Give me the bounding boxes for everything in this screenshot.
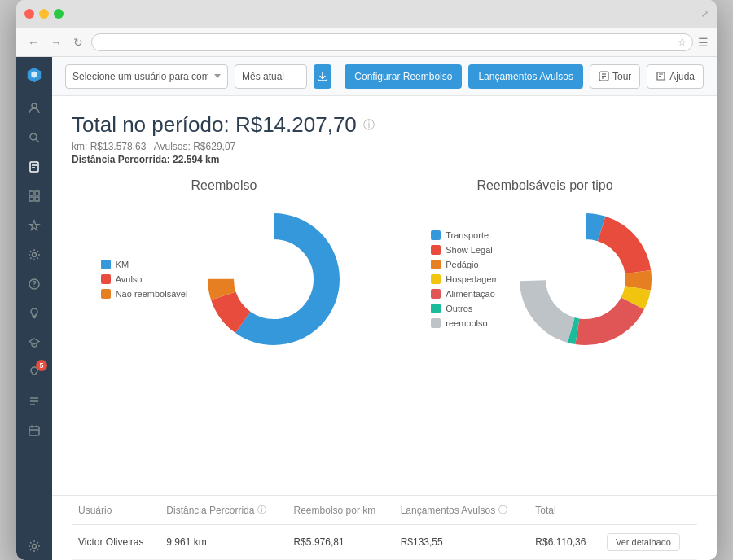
row-reembolso-km: R$5.976,81 [287,525,394,560]
sidebar-item-help[interactable] [20,270,49,298]
legend-km-dot [101,260,111,269]
back-button[interactable]: ← [24,34,42,50]
sidebar-item-grid[interactable] [20,182,49,210]
svg-rect-9 [35,197,39,201]
table-section: Usuário Distância Percorrida ⓘ Reembolso… [52,495,717,560]
sidebar-item-star[interactable] [20,212,49,239]
browser-window: ⤢ ← → ↻ ☆ ☰ [16,0,717,560]
app-container: 5 [16,57,717,560]
launches-button[interactable]: Lançamentos Avulsos [468,64,583,89]
sidebar-item-lightbulb[interactable] [20,300,49,327]
total-info-icon[interactable]: ⓘ [363,118,375,133]
svg-line-2 [36,139,39,142]
minimize-button[interactable] [39,9,49,19]
reembolso-donut [200,206,347,352]
sidebar-logo [23,63,46,86]
svg-point-37 [235,241,312,317]
svg-rect-3 [30,162,38,172]
sidebar-item-user[interactable] [20,94,49,122]
legend-pedagio-dot [431,260,441,269]
sidebar-item-calendar[interactable] [20,417,49,444]
menu-icon[interactable]: ☰ [698,36,709,49]
svg-point-45 [547,241,624,317]
total-meta-distance: Distância Percorrida: 22.594 km [72,154,697,165]
legend-pedagio-label: Pedágio [446,260,478,269]
col-total: Total [529,496,600,525]
svg-rect-8 [29,197,33,201]
legend-outros-label: Outros [446,304,472,313]
legend-km: KM [101,260,188,269]
legend-nao-dot [101,289,111,299]
sidebar-item-settings2[interactable] [20,532,49,560]
row-distancia: 9.961 km [160,525,287,560]
svg-point-10 [33,253,37,257]
download-button[interactable] [314,64,332,89]
legend-nao-label: Não reembolsável [116,289,188,299]
legend-hospedagem-dot [431,274,441,284]
svg-rect-7 [35,191,39,195]
date-select[interactable]: Mês atual [235,65,307,88]
sidebar-item-settings[interactable] [20,241,49,269]
total-meta-km: km: R$13.578,63 Avulsos: R$629,07 [72,141,697,152]
legend-transporte: Transporte [431,230,498,240]
traffic-lights [24,9,64,19]
svg-point-1 [30,133,37,140]
sidebar-item-search[interactable] [20,124,49,151]
close-button[interactable] [24,9,34,19]
col-usuario: Usuário [72,496,160,525]
legend-hospedagem: Hospedagem [431,274,498,284]
sidebar-item-graduation[interactable] [20,329,49,357]
row-usuario: Victor Oliveiras [72,525,160,560]
legend-show-label: Show Legal [446,245,493,255]
legend-avulso-dot [101,274,111,284]
svg-rect-6 [29,191,33,195]
help-button[interactable]: Ajuda [647,64,704,89]
charts-row: Reembolso KM Avulso [72,178,697,352]
dashboard-content: Total no período: R$14.207,70 ⓘ km: R$13… [52,96,717,495]
tipo-chart-with-legend: Transporte Show Legal Pedágio [393,206,697,352]
reload-button[interactable]: ↻ [70,34,86,50]
expand-icon: ⤢ [701,9,709,20]
data-table: Usuário Distância Percorrida ⓘ Reembolso… [72,496,697,560]
sidebar-item-document[interactable] [20,153,49,181]
row-action: Ver detalhado [600,525,697,560]
col-reembolso-km: Reembolso por km [287,496,394,525]
legend-alimentacao-dot [431,289,441,299]
configure-reimbursement-button[interactable]: Configurar Reembolso [345,64,462,89]
legend-outros: Outros [431,304,498,313]
tipo-chart-title: Reembolsáveis por tipo [476,178,612,193]
maximize-button[interactable] [54,9,64,19]
svg-marker-15 [29,339,39,344]
col-distancia: Distância Percorrida ⓘ [160,496,287,525]
reembolso-chart-title: Reembolso [191,178,257,193]
legend-alimentacao: Alimentação [431,289,498,299]
address-bar[interactable] [91,33,693,51]
sidebar-item-feed[interactable] [20,387,49,415]
reembolso-legend: KM Avulso Não reembolsável [101,260,188,299]
legend-hospedagem-label: Hospedagem [446,274,498,284]
detail-button[interactable]: Ver detalhado [607,533,680,551]
tipo-donut [512,206,659,352]
col-action [600,496,697,525]
legend-reembolso: reembolso [431,318,498,328]
row-total: R$6.110,36 [529,525,600,560]
total-header: Total no período: R$14.207,70 ⓘ [72,112,697,138]
legend-transporte-label: Transporte [446,230,489,240]
legend-nao-reembolsavel: Não reembolsável [101,289,188,299]
svg-point-23 [33,545,37,549]
col-lancamentos: Lançamentos Avulsos ⓘ [394,496,529,525]
user-select[interactable]: Selecione um usuário para começar [65,64,228,89]
tour-button[interactable]: Tour [590,64,640,89]
legend-avulso-label: Avulso [116,274,143,284]
help-label: Ajuda [669,71,695,82]
legend-km-label: KM [116,260,129,269]
legend-avulso: Avulso [101,274,188,284]
distancia-info-icon: ⓘ [257,504,266,516]
forward-button[interactable]: → [47,34,65,50]
svg-point-12 [33,286,34,287]
row-lancamentos: R$133,55 [394,525,529,560]
svg-point-0 [32,103,37,108]
legend-reembolso-dot [431,318,441,328]
sidebar-item-badge[interactable]: 5 [20,358,49,386]
nav-bar: ← → ↻ ☆ ☰ [16,28,717,57]
